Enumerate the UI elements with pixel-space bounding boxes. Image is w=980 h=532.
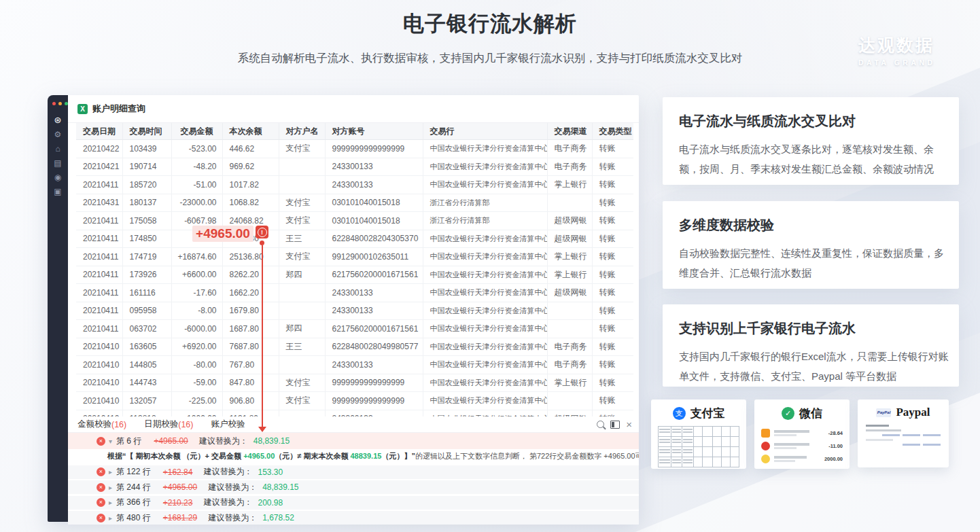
amount: -28.64	[828, 430, 843, 436]
search-icon[interactable]	[597, 421, 604, 428]
tab-account-check[interactable]: 账户校验	[211, 419, 245, 430]
error-icon	[97, 467, 105, 476]
table-row[interactable]: 20210411 185720 -51.00 1017.82 243300133…	[76, 176, 633, 194]
error-count-badge: (16)	[178, 420, 193, 429]
issue-old-value: +4965.00	[154, 436, 188, 446]
issue-replace-label: 建议替换为：	[199, 436, 248, 447]
alipay-mini-table	[658, 426, 739, 467]
brand-subtitle: DATA GRAND	[858, 58, 936, 67]
list-item: -28.64	[761, 427, 843, 440]
caret-right-icon[interactable]	[109, 499, 112, 506]
alipay-sample-card: 支 支付宝	[651, 400, 746, 469]
info-icon[interactable]: ◉	[54, 173, 61, 181]
amount: -11.00	[828, 443, 843, 449]
table-row[interactable]: 20210431 180137 -23000.00 1068.82 支付宝 03…	[76, 194, 633, 212]
window-side-rail: ⊛ ⚙ ⌂ ▤ ◉ ▣	[48, 95, 68, 522]
issue-row-label: 第 6 行	[116, 436, 141, 447]
helm-icon[interactable]: ⊛	[54, 116, 62, 124]
validation-issue-row[interactable]: 第 122 行 +162.84 建议替换为： 153.30	[68, 465, 639, 479]
table-row[interactable]: 20210410 132057 -225.00 906.80 支付宝 99999…	[76, 392, 633, 410]
home-icon[interactable]: ⌂	[55, 145, 60, 153]
issue-old-value: +1681.29	[163, 513, 197, 522]
validation-tab-bar: 金额校验(16) 日期校验(16) 账户校验	[68, 416, 639, 433]
feature-body: 支持国内几千家银行的银行Excel流水，只需要上传银行对账单文件，支持微信、支付…	[679, 347, 949, 387]
tab-date-check[interactable]: 日期校验(16)	[144, 419, 193, 430]
text-placeholder	[774, 429, 824, 438]
document-icon[interactable]: ▤	[54, 159, 61, 167]
close-window-dot[interactable]	[52, 102, 56, 105]
issue-row-label: 第 122 行	[116, 466, 151, 478]
validation-issue-row[interactable]: 第 244 行 +4965.00 建议替换为： 48,839.15	[68, 480, 639, 494]
alipay-icon: 支	[673, 407, 686, 420]
text-placeholder	[774, 455, 820, 463]
caret-down-icon[interactable]	[109, 438, 112, 445]
table-row[interactable]: 20210411 095958 -8.00 1679.80 243300133 …	[76, 302, 633, 320]
caret-right-icon[interactable]	[109, 484, 112, 491]
table-row[interactable]: 20210410 113812 -1000.00 1131.80 2433001…	[76, 410, 633, 416]
transactions-table: 交易日期 交易时间 交易金额 本次余额 对方户名 对方账号 交易行 交易渠道 交…	[76, 123, 633, 416]
table-row[interactable]: 20210410 144805 -80.00 767.80 243300133 …	[76, 356, 633, 374]
validation-issue-row[interactable]: 第 366 行 +210.23 建议替换为： 200.98	[68, 496, 639, 510]
paypal-doc-preview	[866, 425, 941, 446]
table-row[interactable]: 20210411 174850 9136.80 王三 6228480028204…	[76, 230, 633, 248]
table-row[interactable]: 20210411 173926 +6600.00 8262.20 郑四 6217…	[76, 266, 633, 284]
document-header: 账户明细查询	[68, 95, 639, 123]
issue-row-label: 第 366 行	[116, 497, 151, 508]
table-row[interactable]: 20210411 063702 -6000.00 1687.80 郑四 6217…	[76, 320, 633, 338]
gear-icon[interactable]: ⚙	[54, 130, 62, 139]
issue-new-value: 48,839.15	[253, 436, 290, 446]
annotation-dot	[260, 241, 264, 245]
document-title: 账户明细查询	[92, 103, 145, 115]
validation-issue-row[interactable]: 第 480 行 +1681.29 建议替换为： 1,678.52	[68, 511, 639, 525]
table-row[interactable]: 20210411 175058 -6067.98 24068.82 支付宝 03…	[76, 212, 633, 230]
close-icon[interactable]	[626, 419, 632, 429]
feature-card: 电子流水与纸质流水交叉比对 电子流水与纸质流水交叉逐条比对，逐笔核对发生额、余额…	[663, 97, 959, 185]
table-header-row: 交易日期 交易时间 交易金额 本次余额 对方户名 对方账号 交易行 交易渠道 交…	[76, 123, 633, 140]
issue-new-value: 200.98	[258, 498, 283, 508]
issue-row-label: 第 480 行	[116, 512, 151, 524]
alipay-label: 支付宝	[690, 406, 725, 421]
validation-issues: 第 6 行 +4965.00 建议替换为： 48,839.15 根据“【 期初本…	[68, 433, 639, 525]
error-icon	[97, 483, 105, 492]
issue-new-value: 48,839.15	[262, 482, 298, 492]
feature-title: 多维度数据校验	[679, 216, 949, 234]
minimize-window-dot[interactable]	[58, 102, 62, 105]
table-row[interactable]: 20210411 161116 -17.60 1662.20 243300133…	[76, 284, 633, 302]
col-header: 交易时间	[122, 123, 171, 140]
page: { "page": { "title": "电子银行流水解析", "subtit…	[0, 0, 980, 532]
feature-card: 多维度数据校验 自动校验数据完整性、连续性及重复性，保证数据质量，多维度合并、汇…	[663, 201, 959, 289]
table-row[interactable]: 20210421 190714 -48.20 969.62 243300133 …	[76, 158, 633, 176]
table-row[interactable]: 20210410 163605 +6920.00 7687.80 王三 6228…	[76, 338, 633, 356]
col-header: 交易日期	[76, 123, 122, 140]
caret-right-icon[interactable]	[109, 514, 112, 522]
tab-amount-check[interactable]: 金额校验(16)	[77, 419, 126, 430]
table-row[interactable]: 20210410 144743 -59.00 847.80 支付宝 999999…	[76, 374, 633, 392]
wechat-check-icon	[782, 407, 794, 420]
issue-old-value: +210.23	[163, 498, 193, 508]
issue-replace-label: 建议替换为：	[203, 497, 252, 508]
list-item: -11.00	[761, 440, 843, 453]
issue-old-value: +162.84	[163, 467, 193, 477]
collapsed-issues: 第 122 行 +162.84 建议替换为： 153.30 第 244 行 +4…	[68, 465, 639, 525]
wechat-label: 微信	[799, 406, 822, 421]
layout-icon[interactable]	[610, 421, 620, 429]
issue-row-label: 第 244 行	[116, 482, 151, 493]
feature-body: 自动校验数据完整性、连续性及重复性，保证数据质量，多维度合并、汇总银行流水数据	[679, 243, 949, 283]
issue-new-value: 153.30	[258, 467, 283, 477]
camera-icon[interactable]: ▣	[54, 188, 61, 196]
col-header: 交易渠道	[547, 123, 592, 140]
col-header: 对方账号	[325, 123, 423, 140]
brand-name: 达观数据	[858, 34, 936, 56]
paypal-label: Paypal	[896, 406, 930, 419]
transfer-icon	[761, 429, 770, 438]
error-icon	[97, 514, 105, 522]
page-title: 电子银行流水解析	[0, 10, 980, 38]
window-content: 账户明细查询 交易日期 交易时间 交易金额 本次余额 对方户名 对方账号	[68, 95, 639, 522]
table-row[interactable]: 20210411 174719 +16874.60 25136.80 支付宝 9…	[76, 248, 633, 266]
table-row[interactable]: 20210422 103439 -523.00 446.62 支付宝 99999…	[76, 140, 633, 158]
caret-right-icon[interactable]	[109, 468, 112, 476]
validation-issue-row[interactable]: 第 6 行 +4965.00 建议替换为： 48,839.15	[68, 433, 639, 449]
annotation-arrowhead	[258, 427, 266, 432]
col-header: 交易金额	[171, 123, 222, 140]
excel-icon	[77, 104, 88, 114]
